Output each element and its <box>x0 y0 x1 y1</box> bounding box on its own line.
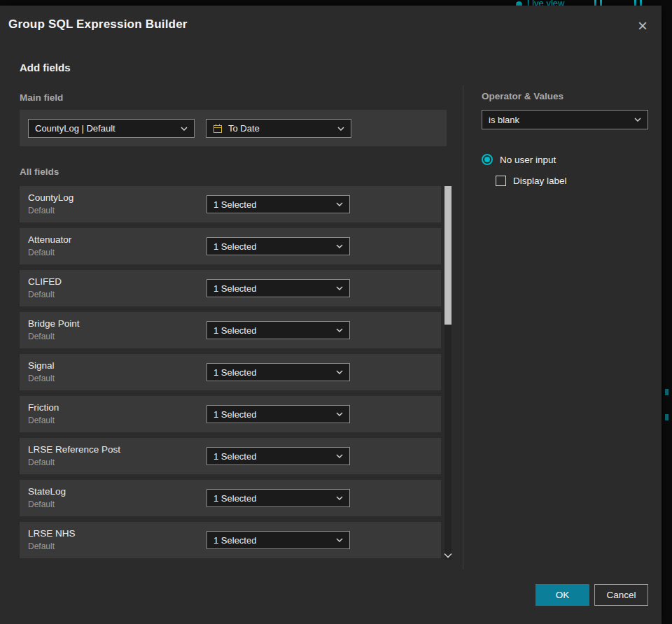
field-name: CLIFED <box>28 276 62 287</box>
field-sublabel: Default <box>28 541 55 551</box>
operator-values-label: Operator & Values <box>482 91 564 101</box>
no-user-input-label: No user input <box>500 155 556 165</box>
main-field-source-dropdown[interactable]: CountyLog | Default <box>28 119 195 138</box>
field-row: Signal Default 1 Selected <box>20 354 441 390</box>
vertical-divider <box>463 85 463 569</box>
side-panel-fragment <box>665 414 668 420</box>
field-selected-value: 1 Selected <box>214 493 332 504</box>
field-name: Friction <box>28 402 59 413</box>
field-selected-dropdown[interactable]: 1 Selected <box>206 531 350 549</box>
field-sublabel: Default <box>28 499 55 509</box>
cancel-button[interactable]: Cancel <box>594 584 648 606</box>
field-row: StateLog Default 1 Selected <box>20 480 441 516</box>
all-fields-label: All fields <box>20 166 59 177</box>
display-label-checkbox[interactable] <box>496 176 506 186</box>
chevron-down-icon <box>336 244 343 248</box>
chevron-down-icon <box>336 538 343 542</box>
close-button[interactable]: × <box>631 14 654 38</box>
field-selected-value: 1 Selected <box>214 409 332 420</box>
field-selected-dropdown[interactable]: 1 Selected <box>206 489 350 507</box>
group-sql-expression-builder-dialog: Group SQL Expression Builder × Add field… <box>0 6 662 624</box>
operator-dropdown[interactable]: is blank <box>482 110 648 129</box>
field-row: LRSE Reference Post Default 1 Selected <box>20 438 441 474</box>
field-row: Attenuator Default 1 Selected <box>20 228 441 264</box>
main-field-label: Main field <box>20 92 63 103</box>
chevron-down-icon <box>336 202 343 206</box>
chevron-down-icon <box>181 127 188 131</box>
display-label-option: Display label <box>496 176 567 186</box>
field-selected-value: 1 Selected <box>214 199 332 210</box>
scrollbar-thumb[interactable] <box>444 186 451 325</box>
field-sublabel: Default <box>28 206 55 215</box>
dialog-title: Group SQL Expression Builder <box>8 17 188 31</box>
add-fields-heading: Add fields <box>20 62 71 73</box>
field-selected-value: 1 Selected <box>214 367 332 378</box>
field-row: LRSE NHS Default 1 Selected <box>20 522 441 558</box>
main-field-panel: CountyLog | Default To Date <box>20 110 447 146</box>
field-name: StateLog <box>28 486 66 497</box>
field-name: LRSE Reference Post <box>28 444 120 455</box>
radio-selected-icon[interactable] <box>482 154 493 165</box>
chevron-down-icon <box>336 496 343 500</box>
calendar-icon <box>213 124 223 134</box>
field-selected-dropdown[interactable]: 1 Selected <box>206 195 350 213</box>
chevron-down-icon <box>336 286 343 290</box>
field-selected-value: 1 Selected <box>214 535 332 546</box>
chevron-down-icon <box>336 370 343 374</box>
field-selected-dropdown[interactable]: 1 Selected <box>206 447 350 465</box>
no-user-input-option: No user input <box>482 154 556 165</box>
field-sublabel: Default <box>28 374 55 383</box>
field-row: CLIFED Default 1 Selected <box>20 270 441 306</box>
field-name: LRSE NHS <box>28 528 76 539</box>
side-panel-fragment <box>665 389 668 395</box>
field-row: CountyLog Default 1 Selected <box>20 186 441 222</box>
display-label-text: Display label <box>513 176 567 186</box>
field-sublabel: Default <box>28 248 55 257</box>
chevron-down-icon <box>634 118 641 122</box>
field-selected-dropdown[interactable]: 1 Selected <box>206 237 350 255</box>
ok-button[interactable]: OK <box>536 584 589 606</box>
chevron-down-icon <box>336 454 343 458</box>
field-selected-dropdown[interactable]: 1 Selected <box>206 321 350 339</box>
field-name: Bridge Point <box>28 318 80 329</box>
chevron-down-icon <box>336 328 343 332</box>
operator-value: is blank <box>489 115 630 125</box>
field-name: CountyLog <box>28 192 74 203</box>
field-row: Bridge Point Default 1 Selected <box>20 312 441 348</box>
field-sublabel: Default <box>28 332 55 341</box>
field-selected-value: 1 Selected <box>214 283 332 294</box>
field-selected-dropdown[interactable]: 1 Selected <box>206 405 350 423</box>
field-row: Friction Default 1 Selected <box>20 396 441 432</box>
field-name: Attenuator <box>28 234 71 245</box>
field-selected-value: 1 Selected <box>214 451 332 462</box>
field-selected-dropdown[interactable]: 1 Selected <box>206 363 350 381</box>
main-field-date-value: To Date <box>228 123 333 134</box>
field-name: Signal <box>28 360 55 371</box>
field-sublabel: Default <box>28 416 55 425</box>
main-field-date-dropdown[interactable]: To Date <box>206 119 351 138</box>
chevron-down-icon <box>337 127 344 131</box>
list-scrollbar[interactable] <box>444 186 451 560</box>
field-sublabel: Default <box>28 458 55 467</box>
field-selected-value: 1 Selected <box>214 325 332 336</box>
field-selected-dropdown[interactable]: 1 Selected <box>206 279 350 297</box>
close-icon: × <box>638 16 648 36</box>
field-selected-value: 1 Selected <box>214 241 332 252</box>
field-sublabel: Default <box>28 290 55 299</box>
all-fields-list: CountyLog Default 1 Selected Attenuator … <box>20 186 441 564</box>
main-field-source-value: CountyLog | Default <box>35 123 176 134</box>
chevron-down-icon <box>336 412 343 416</box>
scroll-down-chevron-icon[interactable] <box>443 553 453 558</box>
